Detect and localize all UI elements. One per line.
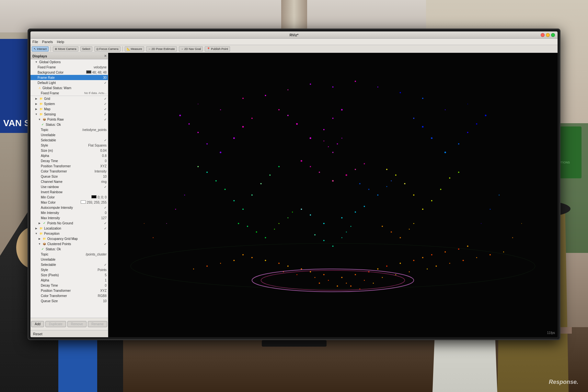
svg-point-21 (467, 245, 468, 247)
svg-point-145 (521, 223, 522, 224)
list-item[interactable]: Background Color 48; 48; 48 (30, 70, 108, 75)
list-item[interactable]: ▶ 📁 Occupancy Grid Map (30, 236, 108, 241)
reset-label[interactable]: Reset (33, 332, 42, 336)
list-item[interactable]: Default Light ✓ (30, 80, 108, 85)
minimize-button[interactable] (546, 33, 550, 37)
list-item[interactable]: Style Flat Squares (30, 143, 108, 148)
color-swatch-max (81, 200, 86, 204)
list-item[interactable]: Queue Size 10 (30, 298, 108, 303)
svg-point-127 (355, 169, 356, 170)
list-item[interactable]: Fixed Frame No tf data. Actu... (30, 90, 108, 96)
list-item[interactable]: Max Intensity 127 (30, 215, 108, 220)
list-item[interactable]: ▶ 📁 System ✓ (30, 101, 108, 106)
list-item[interactable]: Channel Name ring (30, 179, 108, 184)
expand-icon: ▼ (38, 242, 41, 246)
svg-point-57 (422, 208, 423, 210)
list-item[interactable]: Alpha 0.8 (30, 153, 108, 158)
menu-panels[interactable]: Panels (42, 40, 53, 44)
rename-button[interactable]: Rename (88, 321, 107, 327)
tool-focus-camera[interactable]: ◎ Focus Camera (94, 46, 121, 52)
menu-file[interactable]: File (32, 40, 38, 44)
row-label: Alpha (41, 279, 103, 282)
list-item[interactable]: Size (Pixels) 5 (30, 272, 108, 278)
row-value: ring (101, 180, 107, 184)
tool-move-camera[interactable]: ⊕ Move Camera (53, 46, 78, 52)
list-item[interactable]: Topic /points_cluster (30, 252, 108, 257)
svg-rect-0 (108, 53, 558, 337)
list-item[interactable]: ▼ 📦 Points Raw ✓ (30, 117, 108, 122)
list-item[interactable]: ✓ Status: Ok (30, 246, 108, 252)
list-item[interactable]: ▶ 📁 Grid ✓ (30, 96, 108, 101)
maximize-button[interactable] (551, 33, 555, 37)
tool-measure[interactable]: 📐 Measure (125, 46, 144, 52)
tool-2d-nav[interactable]: → 2D Nav Goal (179, 46, 203, 52)
panel-content[interactable]: ▼ Global Options Fixed Frame velodyne Ba… (30, 59, 108, 318)
svg-point-133 (391, 180, 392, 181)
row-label: Global Status: Warn (42, 86, 107, 90)
list-item[interactable]: Fixed Frame velodyne (30, 65, 108, 70)
list-item[interactable]: Unreliable (30, 132, 108, 137)
row-value: RGB8 (98, 294, 107, 298)
list-item[interactable]: Queue Size 10 (30, 174, 108, 179)
tool-interact[interactable]: ↖ Interact (32, 46, 49, 52)
svg-point-140 (490, 209, 490, 210)
list-item[interactable]: Decay Time 0 (30, 283, 108, 288)
duplicate-button[interactable]: Duplicate (45, 321, 66, 327)
list-item[interactable]: ▶ ✓ Points No Ground ✓ (30, 220, 108, 226)
panel-close-icon[interactable]: ✕ (104, 54, 107, 58)
svg-point-121 (413, 223, 414, 224)
svg-point-93 (413, 118, 414, 119)
svg-point-27 (315, 277, 316, 278)
close-button[interactable] (541, 33, 545, 37)
measure-icon: 📐 (127, 47, 130, 51)
list-item[interactable]: ▼ Global Options (30, 59, 108, 65)
list-item[interactable]: ▶ 📁 Localization ✓ (30, 226, 108, 231)
svg-point-86 (278, 109, 280, 110)
list-item[interactable]: Min Color 0; 0; 0 (30, 195, 108, 200)
tool-2d-pose[interactable]: → 2D Pose Estimate (146, 46, 177, 52)
svg-point-96 (332, 86, 334, 88)
3d-viewport[interactable]: 11fps (108, 53, 558, 337)
list-item[interactable]: Use rainbow ✓ (30, 184, 108, 189)
list-item[interactable]: ▶ 📁 Map ✓ (30, 106, 108, 112)
list-item[interactable]: ✓ Status: Ok (30, 122, 108, 127)
list-item[interactable]: Color Transformer Intensity (30, 169, 108, 174)
expand-icon: ▶ (38, 221, 41, 225)
svg-point-29 (296, 274, 297, 275)
list-item[interactable]: Size (m) 0.04 (30, 148, 108, 153)
list-item[interactable]: Invert Rainbow (30, 189, 108, 195)
svg-point-115 (346, 232, 347, 232)
list-item[interactable]: Unreliable (30, 257, 108, 262)
list-item[interactable]: Selectable ✓ (30, 137, 108, 143)
row-value: ✓ (104, 242, 107, 246)
list-item[interactable]: Autocompute Intensity ✓ (30, 205, 108, 210)
list-item[interactable]: ▼ 📁 Sensing ✓ (30, 112, 108, 117)
svg-point-124 (319, 172, 320, 173)
list-item[interactable]: Position Transformer XYZ (30, 163, 108, 169)
displays-panel: Displays ✕ ▼ Global Options Fixed Frame … (30, 53, 108, 337)
list-item[interactable]: Decay Time 0 (30, 158, 108, 163)
list-item[interactable]: Topic /velodyne_points (30, 127, 108, 132)
list-item[interactable]: ⚠ Global Status: Warn (30, 85, 108, 90)
svg-point-148 (445, 109, 446, 110)
list-item[interactable]: ▼ 📦 Clustered Points ✓ (30, 241, 108, 246)
tool-publish-point[interactable]: 📍 Publish Point (205, 46, 230, 52)
row-label: Background Color (38, 71, 85, 74)
list-item[interactable]: Max Color 255; 255; 255 (30, 200, 108, 205)
list-item[interactable]: Alpha 1 (30, 278, 108, 283)
list-item[interactable]: Frame Rate 30 (30, 75, 108, 80)
list-item[interactable]: ▼ 📁 Perception (30, 231, 108, 236)
list-item[interactable]: Min Intensity 0 (30, 210, 108, 215)
list-item[interactable]: Position Transformer XYZ (30, 288, 108, 293)
svg-point-85 (341, 109, 343, 111)
toolbar-sep-1 (51, 46, 51, 52)
row-value: ✓ (104, 206, 107, 209)
remove-button[interactable]: Remove (67, 321, 86, 327)
add-button[interactable]: Add (31, 321, 44, 327)
list-item[interactable]: Color Transformer RGB8 (30, 293, 108, 298)
list-item[interactable]: Selectable ✓ (30, 262, 108, 267)
menu-help[interactable]: Help (57, 40, 64, 44)
svg-point-8 (310, 271, 311, 272)
list-item[interactable]: Style Points (30, 267, 108, 272)
tool-select[interactable]: Select (80, 46, 92, 52)
